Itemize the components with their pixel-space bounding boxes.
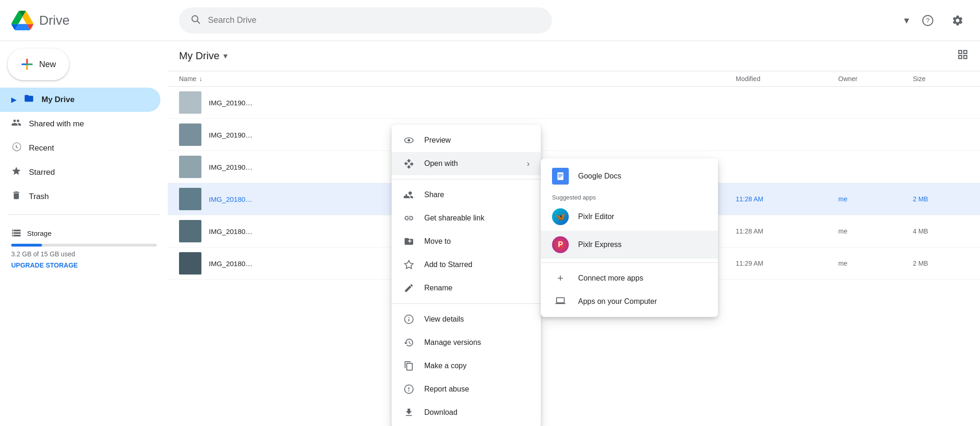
open-with-submenu: Google Docs Suggested apps 🦋 Pixlr Edito… [541, 158, 718, 317]
view-toggle-button[interactable] [957, 48, 969, 63]
table-row[interactable]: IMG_20190… [168, 119, 980, 151]
context-menu-item-rename[interactable]: Rename [392, 276, 541, 300]
sidebar-trash-label: Trash [29, 192, 49, 201]
file-list-header: Name ↓ Modified Owner Size [168, 71, 980, 87]
move-to-label: Move to [424, 237, 451, 246]
svg-point-17 [408, 391, 409, 392]
context-menu-item-shareable-link[interactable]: Get shareable link [392, 206, 541, 230]
submenu-item-pixlr-editor[interactable]: 🦋 Pixlr Editor [541, 203, 718, 231]
shared-with-me-icon [11, 117, 21, 131]
menu-divider-1 [392, 179, 541, 179]
svg-line-1 [197, 21, 200, 23]
context-menu-item-manage-versions[interactable]: Manage versions [392, 331, 541, 354]
content-header: My Drive ▾ [168, 41, 980, 71]
open-with-icon [403, 158, 415, 170]
file-thumbnail [179, 91, 201, 114]
new-button[interactable]: New [7, 48, 69, 80]
file-name: IMG_20190… [209, 99, 736, 107]
context-menu-item-view-details[interactable]: View details [392, 308, 541, 331]
context-menu-item-add-starred[interactable]: Add to Starred [392, 253, 541, 276]
search-icon [190, 14, 200, 27]
svg-rect-21 [558, 177, 561, 177]
breadcrumb-dropdown-icon[interactable]: ▾ [223, 51, 228, 61]
file-size: 4 MB [913, 227, 969, 235]
submenu-divider [541, 262, 718, 263]
context-menu-item-share[interactable]: Share [392, 183, 541, 206]
new-button-label: New [39, 60, 56, 69]
sidebar-shared-label: Shared with me [29, 119, 84, 129]
rename-icon [403, 282, 415, 294]
view-details-label: View details [424, 315, 464, 323]
report-abuse-icon [403, 383, 415, 395]
sidebar-item-shared[interactable]: Shared with me [0, 112, 160, 136]
file-owner: me [838, 260, 913, 267]
context-menu: Preview Open with › Share [392, 125, 541, 426]
search-bar[interactable] [179, 7, 552, 34]
sidebar-item-recent[interactable]: Recent [0, 136, 160, 160]
svg-rect-19 [558, 174, 562, 174]
share-label: Share [424, 191, 444, 199]
breadcrumb: My Drive ▾ [179, 50, 228, 62]
context-menu-item-move-to[interactable]: Move to [392, 230, 541, 253]
sidebar-item-my-drive[interactable]: ▶ My Drive [0, 88, 160, 112]
trash-icon [11, 190, 21, 203]
sidebar-item-starred[interactable]: Starred [0, 160, 160, 185]
file-thumbnail [179, 188, 201, 210]
shareable-link-label: Get shareable link [424, 214, 484, 222]
add-starred-icon [403, 259, 415, 271]
share-icon [403, 189, 415, 201]
storage-bar-fill [11, 244, 42, 247]
svg-text:?: ? [926, 17, 930, 24]
apps-on-computer-label: Apps on your Computer [578, 297, 657, 306]
submenu-apps-on-computer[interactable]: Apps on your Computer [541, 290, 718, 313]
context-menu-item-download[interactable]: Download [392, 401, 541, 424]
connect-apps-plus-icon: + [552, 272, 569, 284]
file-thumbnail [179, 124, 201, 146]
rename-label: Rename [424, 284, 452, 292]
context-menu-item-preview[interactable]: Preview [392, 129, 541, 152]
download-label: Download [424, 408, 457, 417]
download-icon [403, 406, 415, 419]
my-drive-expand-icon: ▶ [11, 96, 16, 103]
submenu-item-google-docs[interactable]: Google Docs [541, 162, 718, 190]
menu-divider-2 [392, 303, 541, 304]
help-button[interactable]: ? [917, 9, 939, 32]
svg-point-11 [407, 139, 410, 142]
file-modified: 11:28 AM [736, 195, 838, 203]
sidebar-item-trash[interactable]: Trash [0, 185, 160, 209]
starred-icon [11, 166, 21, 179]
manage-versions-icon [403, 337, 415, 349]
storage-label-text: Storage [27, 229, 52, 237]
open-with-arrow-icon: › [527, 159, 530, 169]
file-thumbnail [179, 156, 201, 178]
move-to-icon [403, 235, 415, 247]
file-thumbnail [179, 252, 201, 275]
context-menu-item-open-with[interactable]: Open with › [392, 152, 541, 175]
file-size: 2 MB [913, 195, 969, 203]
file-thumbnail [179, 220, 201, 242]
col-header-modified: Modified [736, 75, 838, 82]
google-docs-label: Google Docs [578, 172, 621, 180]
pixlr-express-icon: P [552, 236, 569, 253]
main-layout: New ▶ My Drive Shared with me Recent [0, 41, 980, 426]
drive-logo-icon [11, 11, 34, 30]
settings-button[interactable] [946, 9, 969, 32]
context-menu-item-make-copy[interactable]: Make a copy [392, 354, 541, 378]
sidebar-divider [7, 214, 160, 215]
storage-bar-bg [11, 244, 157, 247]
make-copy-label: Make a copy [424, 362, 467, 370]
table-row[interactable]: IMG_20190… [168, 87, 980, 119]
context-menu-item-report-abuse[interactable]: Report abuse [392, 378, 541, 401]
app-title: Drive [39, 13, 69, 28]
submenu-item-pixlr-express[interactable]: P Pixlr Express [541, 231, 718, 259]
upgrade-storage-link[interactable]: UPGRADE STORAGE [11, 261, 157, 269]
search-options-arrow[interactable]: ▾ [904, 14, 909, 27]
search-input[interactable] [208, 15, 541, 25]
submenu-connect-more-apps[interactable]: + Connect more apps [541, 267, 718, 290]
file-owner: me [838, 227, 913, 235]
col-name-label: Name [179, 75, 196, 82]
storage-used-text: 3.2 GB of 15 GB used [11, 250, 157, 258]
col-header-name[interactable]: Name ↓ [179, 75, 736, 82]
col-header-size: Size [913, 75, 969, 82]
computer-icon [552, 295, 569, 308]
